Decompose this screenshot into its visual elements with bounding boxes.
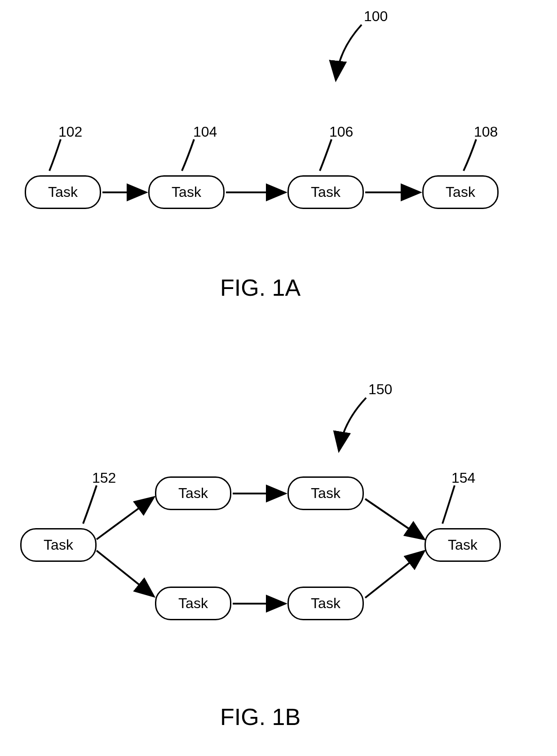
task-node-b2: Task — [155, 476, 231, 510]
task-label: Task — [172, 184, 201, 200]
svg-line-5 — [97, 551, 153, 596]
task-label: Task — [178, 595, 208, 612]
task-label: Task — [446, 184, 475, 200]
task-node-b5: Task — [287, 587, 364, 620]
svg-line-8 — [365, 499, 423, 538]
task-label: Task — [311, 595, 340, 612]
task-node-b1: Task — [20, 528, 97, 562]
ref-label-100: 100 — [364, 8, 388, 25]
task-label: Task — [311, 485, 340, 502]
task-label: Task — [448, 537, 477, 553]
task-label: Task — [178, 485, 208, 502]
task-node-a1: Task — [25, 175, 101, 209]
task-node-a2: Task — [148, 175, 225, 209]
diagram-arrows — [0, 0, 557, 756]
ref-label-106: 106 — [329, 124, 353, 140]
ref-label-152: 152 — [92, 470, 116, 486]
figure-caption-a: FIG. 1A — [220, 274, 301, 301]
task-label: Task — [48, 184, 78, 200]
ref-label-154: 154 — [451, 470, 475, 486]
ref-label-150: 150 — [368, 381, 392, 398]
figure-caption-b: FIG. 1B — [220, 703, 301, 730]
task-label: Task — [311, 184, 340, 200]
task-label: Task — [44, 537, 73, 553]
svg-line-9 — [365, 552, 423, 598]
ref-label-102: 102 — [58, 124, 82, 140]
ref-label-104: 104 — [193, 124, 217, 140]
task-node-b6: Task — [424, 528, 501, 562]
ref-label-108: 108 — [474, 124, 498, 140]
task-node-b3: Task — [287, 476, 364, 510]
task-node-b4: Task — [155, 587, 231, 620]
task-node-a4: Task — [422, 175, 499, 209]
task-node-a3: Task — [287, 175, 364, 209]
svg-line-4 — [97, 498, 153, 539]
